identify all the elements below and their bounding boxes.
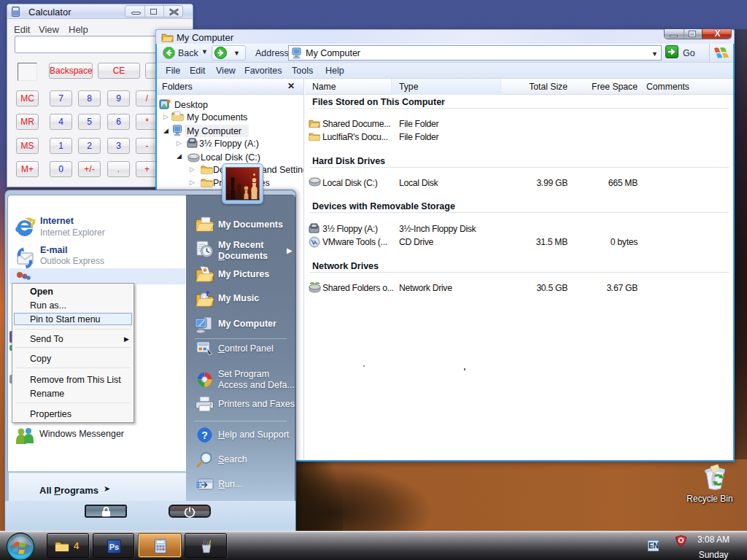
svg-text:?: ? — [201, 429, 208, 441]
